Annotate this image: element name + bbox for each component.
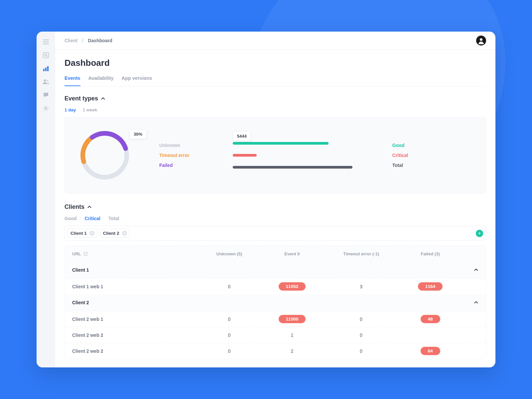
main-area: Client / Dashboard Dashboard Events Avai… [55,32,495,367]
search-icon[interactable] [42,52,50,59]
cell-unknown: 0 [198,317,261,322]
bar-critical [233,154,257,157]
section-title-event-types[interactable]: Event types [65,95,486,102]
cell-failed: 1164 [399,282,462,291]
legend-critical: Critical [392,153,408,158]
bar-badge: 5444 [233,131,251,141]
external-link-icon [84,252,87,256]
cell-timeout: 3 [324,284,399,289]
content-scroll[interactable]: Dashboard Events Availability App versio… [55,50,495,367]
breadcrumb-parent[interactable]: Client [65,38,77,43]
range-1day[interactable]: 1 day [65,107,76,112]
donut-chart: 30% [77,127,133,183]
cell-url[interactable]: Client 2 web 2 [72,332,198,338]
cell-failed: 64 [399,347,462,355]
table-row: Client 2 web 2 0 2 0 64 [65,343,486,359]
cell-unknown: 0 [198,332,261,338]
svg-rect-2 [43,44,49,44]
legend-total: Total [392,163,408,168]
chip-label: Client 1 [70,231,87,236]
col-url[interactable]: URL [72,251,198,256]
chevron-up-icon [87,205,92,209]
breadcrumb: Client / Dashboard [65,38,112,43]
group-name: Client 1 [72,267,89,273]
svg-rect-0 [43,40,49,40]
close-icon[interactable]: ✕ [89,231,94,236]
col-failed[interactable]: Failed (3) [399,251,462,256]
pill-value: 11052 [279,282,306,291]
col-timeout[interactable]: Timeout error (-1) [324,251,399,256]
dashboard-icon[interactable] [42,65,50,72]
pill-value: 11000 [279,315,306,323]
cell-event0: 11000 [261,315,324,323]
filter-total[interactable]: Total [108,216,119,221]
svg-line-5 [47,56,48,57]
chevron-up-icon [101,96,105,101]
cell-timeout: 0 [324,332,399,338]
breadcrumb-separator: / [82,38,83,43]
svg-rect-7 [45,67,47,71]
main-tabs: Events Availability App versions [65,74,486,86]
legend-unknown: Unknown [159,143,190,148]
svg-point-12 [480,38,482,41]
chip-bar: Client 1 ✕ Client 2 ✕ + [65,226,486,241]
group-header[interactable]: Client 1 [65,262,486,278]
filter-good[interactable]: Good [65,216,77,221]
group-name: Client 2 [72,300,89,305]
table-row: Client 2 web 2 0 1 0 [65,327,486,343]
svg-rect-8 [47,66,49,71]
legend-failed: Failed [159,163,190,168]
chevron-up-icon [474,300,478,305]
col-unknown[interactable]: Unknown (5) [198,251,261,256]
tab-availability[interactable]: Availability [88,74,114,86]
svg-point-4 [45,54,47,56]
donut-legend: Unknown Timeout error Failed [159,143,190,168]
table-row: Client 2 web 1 0 11000 0 48 [65,311,486,327]
users-icon[interactable] [42,78,50,85]
filter-critical[interactable]: Critical [85,216,100,221]
section-title-label: Event types [65,95,98,102]
section-title-clients[interactable]: Clients [65,203,486,210]
group-header[interactable]: Client 2 [65,294,486,311]
avatar[interactable] [476,36,486,46]
pill-value: 1164 [418,282,443,291]
col-event0[interactable]: Event 0 [261,251,324,256]
chip-client-1[interactable]: Client 1 ✕ [67,229,97,238]
cell-unknown: 0 [198,284,261,289]
cell-url[interactable]: Client 1 web 1 [72,284,198,289]
svg-point-9 [44,79,46,81]
cell-unknown: 0 [198,348,261,354]
close-icon[interactable]: ✕ [122,231,127,236]
bar-total [233,166,352,169]
clients-table: URL Unknown (5) Event 0 Timeout error (-… [65,245,486,359]
pill-value: 64 [421,347,440,355]
range-1week[interactable]: 1 week [83,107,97,112]
chat-icon[interactable] [42,91,50,99]
svg-rect-3 [43,53,49,58]
add-chip-button[interactable]: + [476,230,483,237]
page-title: Dashboard [65,58,486,68]
bars-chart: 5444 [233,142,366,169]
donut-badge: 30% [129,129,147,139]
pill-value: 48 [421,315,440,323]
clients-filter: Good Critical Total [65,216,486,221]
chevron-up-icon [474,268,478,272]
bar-good [233,142,329,145]
topbar: Client / Dashboard [55,32,495,50]
range-selector: 1 day 1 week [65,107,486,112]
cell-url[interactable]: Client 2 web 1 [72,317,198,322]
cell-event0: 11052 [261,282,324,291]
svg-point-10 [47,80,49,82]
tab-events[interactable]: Events [65,74,80,86]
table-header: URL Unknown (5) Event 0 Timeout error (-… [65,246,486,262]
bars-legend: Good Critical Total [392,143,408,168]
tab-app-versions[interactable]: App versions [122,74,152,86]
chip-label: Client 2 [103,231,119,236]
hamburger-icon[interactable] [42,38,50,46]
gear-icon[interactable] [42,105,50,112]
svg-rect-1 [43,42,49,42]
legend-good: Good [392,143,408,148]
cell-url[interactable]: Client 2 web 2 [72,348,198,354]
breadcrumb-current: Dashboard [88,38,112,43]
chip-client-2[interactable]: Client 2 ✕ [100,229,130,238]
